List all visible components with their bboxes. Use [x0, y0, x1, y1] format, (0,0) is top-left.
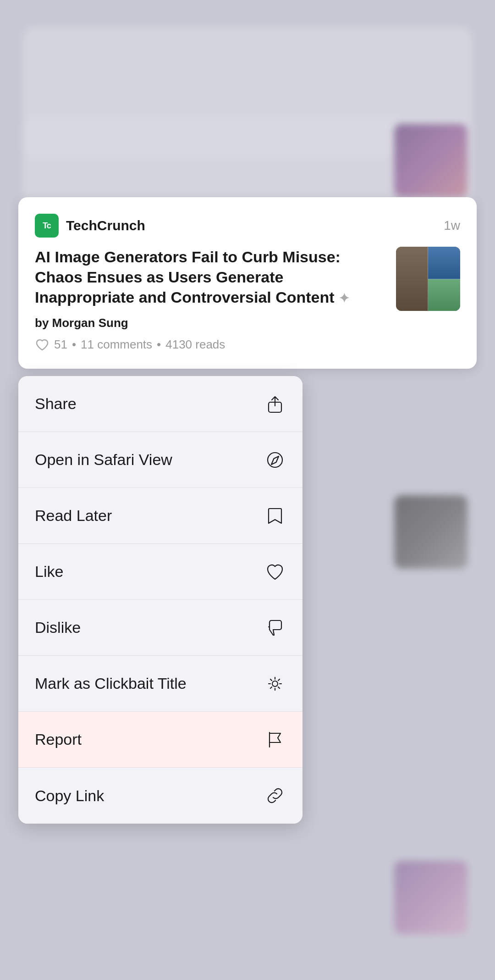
article-body: AI Image Generators Fail to Curb Misuse:…	[35, 247, 460, 352]
menu-item-like[interactable]: Like	[18, 544, 302, 600]
sparkle-icon: ✦	[339, 290, 349, 307]
article-card: Tc TechCrunch 1w AI Image Generators Fai…	[18, 197, 477, 369]
flag-icon	[264, 729, 286, 751]
thumbsdown-icon	[264, 617, 286, 639]
article-source-row: Tc TechCrunch 1w	[35, 214, 460, 238]
bg-thumbnail-right3	[394, 861, 468, 934]
safari-label: Open in Safari View	[35, 451, 172, 469]
techcrunch-logo: Tc	[35, 214, 59, 238]
compass-icon	[264, 449, 286, 471]
menu-item-clickbait[interactable]: Mark as Clickbait Title	[18, 656, 302, 712]
menu-item-share[interactable]: Share	[18, 376, 302, 432]
like-label: Like	[35, 563, 63, 581]
bookmark-icon	[264, 505, 286, 527]
svg-point-3	[272, 681, 278, 687]
thumb-right-top	[428, 247, 460, 279]
share-label: Share	[35, 395, 77, 413]
context-menu: Share Open in Safari View Read Later Lik…	[18, 376, 302, 824]
svg-line-9	[278, 687, 280, 688]
article-title: AI Image Generators Fail to Curb Misuse:…	[35, 247, 387, 308]
article-stats: 51 • 11 comments • 4130 reads	[35, 338, 387, 352]
svg-line-10	[278, 679, 280, 681]
article-author: by Morgan Sung	[35, 316, 387, 330]
reads-count: 4130 reads	[165, 338, 225, 352]
menu-item-copy-link[interactable]: Copy Link	[18, 768, 302, 824]
read-later-label: Read Later	[35, 507, 112, 525]
source-time: 1w	[444, 218, 460, 233]
comments-count: 11 comments	[81, 338, 152, 352]
report-label: Report	[35, 731, 82, 748]
source-name: TechCrunch	[66, 218, 145, 233]
svg-line-11	[270, 687, 272, 688]
copy-link-label: Copy Link	[35, 787, 104, 805]
bg-thumbnail-right	[394, 124, 468, 197]
clickbait-label: Mark as Clickbait Title	[35, 675, 187, 692]
separator1: •	[72, 338, 76, 352]
thumb-right-bottom	[428, 279, 460, 311]
svg-line-8	[270, 679, 272, 681]
menu-item-read-later[interactable]: Read Later	[18, 488, 302, 544]
menu-item-safari[interactable]: Open in Safari View	[18, 432, 302, 488]
svg-point-1	[268, 453, 282, 467]
likes-count: 51	[54, 338, 67, 352]
article-text: AI Image Generators Fail to Curb Misuse:…	[35, 247, 387, 352]
thumb-left	[396, 247, 428, 311]
dislike-label: Dislike	[35, 619, 81, 637]
article-thumbnail	[396, 247, 460, 311]
menu-item-dislike[interactable]: Dislike	[18, 600, 302, 656]
link-icon	[264, 785, 286, 807]
share-icon	[264, 393, 286, 415]
logo-text: Tc	[43, 221, 51, 231]
menu-item-report[interactable]: Report	[18, 712, 302, 768]
separator2: •	[157, 338, 161, 352]
cursor-icon	[264, 673, 286, 695]
heart-icon	[264, 561, 286, 583]
bg-thumbnail-right2	[394, 495, 468, 569]
heart-icon-stats	[35, 338, 50, 352]
